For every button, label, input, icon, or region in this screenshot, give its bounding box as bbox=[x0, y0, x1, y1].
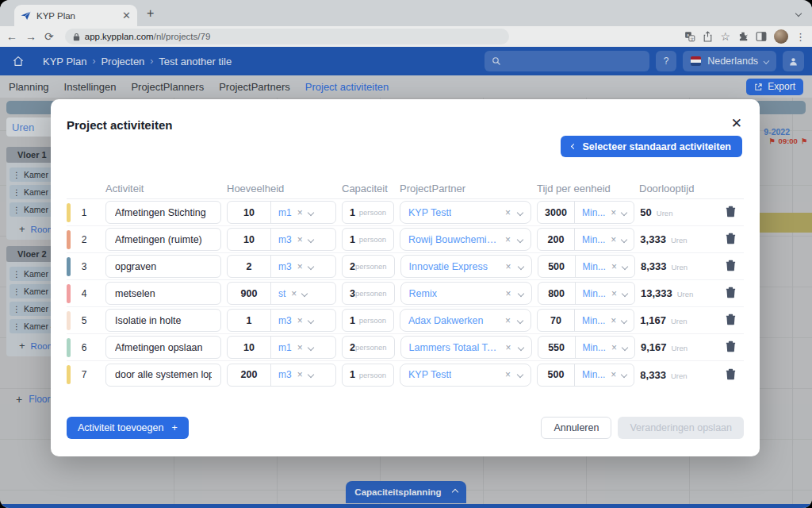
close-icon[interactable]: ✕ bbox=[731, 117, 742, 130]
time-unit-dropdown[interactable]: Min... × bbox=[576, 342, 634, 353]
clear-icon[interactable]: × bbox=[505, 234, 511, 245]
time-unit-dropdown[interactable]: Min... × bbox=[575, 315, 634, 326]
clear-icon[interactable]: × bbox=[611, 288, 617, 299]
clear-icon[interactable]: × bbox=[505, 207, 511, 218]
activity-name-input[interactable] bbox=[106, 261, 220, 272]
chevron-left-icon bbox=[571, 144, 576, 149]
quantity-input[interactable] bbox=[228, 207, 270, 218]
unit-label: m1 bbox=[278, 207, 292, 218]
time-unit-dropdown[interactable]: Min... × bbox=[575, 369, 634, 380]
unit-dropdown[interactable]: m3 × bbox=[271, 234, 335, 245]
delete-trash-icon[interactable] bbox=[725, 231, 737, 244]
clear-icon[interactable]: × bbox=[297, 369, 303, 380]
clear-icon[interactable]: × bbox=[297, 342, 303, 353]
capacity-input[interactable]: 1 persoon bbox=[342, 201, 394, 224]
clear-icon[interactable]: × bbox=[506, 261, 511, 272]
partner-dropdown[interactable]: Adax Dakwerken × bbox=[400, 309, 531, 332]
time-unit-dropdown[interactable]: Min... × bbox=[575, 207, 634, 218]
quantity-input[interactable] bbox=[228, 369, 270, 380]
activity-name-input[interactable] bbox=[106, 234, 220, 245]
time-unit-dropdown[interactable]: Min... × bbox=[576, 288, 634, 299]
activity-name-input[interactable] bbox=[106, 369, 220, 380]
clear-icon[interactable]: × bbox=[506, 288, 511, 299]
duration-unit-label: Uren bbox=[677, 290, 694, 298]
activity-number: 4 bbox=[79, 288, 90, 299]
clear-icon[interactable]: × bbox=[611, 315, 616, 326]
delete-trash-icon[interactable] bbox=[725, 367, 737, 380]
time-input[interactable] bbox=[538, 369, 574, 380]
partner-dropdown[interactable]: Remix × bbox=[400, 282, 532, 305]
unit-dropdown[interactable]: m1 × bbox=[271, 342, 335, 353]
quantity-input[interactable] bbox=[228, 342, 270, 353]
add-activity-label: Activiteit toevoegen bbox=[78, 422, 163, 433]
time-input[interactable] bbox=[538, 315, 574, 326]
time-input[interactable] bbox=[538, 234, 574, 245]
delete-trash-icon[interactable] bbox=[725, 312, 737, 325]
save-changes-button[interactable]: Veranderingen opslaan bbox=[618, 417, 744, 439]
capacity-input[interactable]: 1 persoon bbox=[342, 228, 394, 251]
unit-dropdown[interactable]: st × bbox=[271, 288, 335, 299]
quantity-input[interactable] bbox=[228, 234, 270, 245]
unit-dropdown[interactable]: m3 × bbox=[271, 369, 335, 380]
delete-trash-icon[interactable] bbox=[725, 339, 737, 352]
partner-dropdown[interactable]: KYP Testt × bbox=[400, 201, 531, 224]
clear-icon[interactable]: × bbox=[297, 315, 303, 326]
add-activity-button[interactable]: Activiteit toevoegen + bbox=[67, 417, 189, 439]
unit-dropdown[interactable]: m3 × bbox=[271, 261, 335, 272]
chevron-down-icon bbox=[517, 344, 523, 350]
capacity-unit-label: persoon bbox=[359, 235, 386, 244]
cancel-button[interactable]: Annuleren bbox=[541, 417, 611, 439]
capacity-unit-label: persoon bbox=[359, 208, 386, 217]
activity-name-input[interactable] bbox=[106, 288, 220, 299]
duration-value: 9,167 bbox=[641, 341, 667, 353]
unit-dropdown[interactable]: m1 × bbox=[271, 207, 335, 218]
capacity-input[interactable]: 1 persoon bbox=[342, 309, 394, 332]
time-input[interactable] bbox=[538, 342, 575, 353]
clear-icon[interactable]: × bbox=[611, 342, 617, 353]
clear-icon[interactable]: × bbox=[611, 234, 616, 245]
activity-name-input[interactable] bbox=[106, 207, 220, 218]
time-unit-dropdown[interactable]: Min... × bbox=[575, 234, 634, 245]
partner-dropdown[interactable]: KYP Testt × bbox=[400, 364, 531, 387]
partner-dropdown[interactable]: Lammers Totaal Tegelwerken × bbox=[400, 336, 532, 359]
capacity-input[interactable]: 2 personen bbox=[342, 255, 395, 278]
chevron-down-icon bbox=[517, 263, 523, 269]
chevron-down-icon bbox=[622, 290, 628, 296]
duration-cell: 9,167 Uren bbox=[641, 341, 719, 353]
quantity-input[interactable] bbox=[228, 261, 270, 272]
clear-icon[interactable]: × bbox=[291, 288, 297, 299]
clear-icon[interactable]: × bbox=[297, 207, 303, 218]
quantity-input[interactable] bbox=[228, 315, 270, 326]
capacity-input[interactable]: 1 persoon bbox=[342, 364, 394, 387]
select-standard-label: Selecteer standaard activiteiten bbox=[582, 141, 731, 152]
modal-title: Project activiteiten bbox=[67, 118, 744, 132]
unit-dropdown[interactable]: m3 × bbox=[271, 315, 335, 326]
time-input[interactable] bbox=[538, 207, 574, 218]
chevron-down-icon bbox=[621, 236, 627, 242]
clear-icon[interactable]: × bbox=[505, 369, 511, 380]
time-unit-dropdown[interactable]: Min... × bbox=[576, 261, 634, 272]
time-input[interactable] bbox=[538, 288, 575, 299]
quantity-input[interactable] bbox=[228, 288, 270, 299]
clear-icon[interactable]: × bbox=[611, 369, 616, 380]
duration-unit-label: Uren bbox=[671, 317, 688, 325]
time-input[interactable] bbox=[538, 261, 575, 272]
clear-icon[interactable]: × bbox=[297, 261, 303, 272]
activity-name-input[interactable] bbox=[106, 342, 220, 353]
capacity-input[interactable]: 2 personen bbox=[342, 336, 395, 359]
delete-trash-icon[interactable] bbox=[725, 258, 737, 271]
chevron-down-icon bbox=[517, 371, 523, 378]
delete-trash-icon[interactable] bbox=[725, 285, 737, 298]
clear-icon[interactable]: × bbox=[505, 315, 511, 326]
partner-dropdown[interactable]: Rowij Bouwchemie BV × bbox=[400, 228, 531, 251]
partner-dropdown[interactable]: Innovatie Express × bbox=[400, 255, 532, 278]
select-standard-activities-button[interactable]: Selecteer standaard activiteiten bbox=[561, 136, 742, 157]
clear-icon[interactable]: × bbox=[611, 261, 617, 272]
clear-icon[interactable]: × bbox=[506, 342, 511, 353]
clear-icon[interactable]: × bbox=[611, 207, 616, 218]
duration-value: 8,333 bbox=[640, 369, 666, 381]
activity-name-input[interactable] bbox=[106, 315, 220, 326]
capacity-input[interactable]: 3 personen bbox=[342, 282, 395, 305]
delete-trash-icon[interactable] bbox=[725, 204, 737, 217]
clear-icon[interactable]: × bbox=[297, 234, 303, 245]
